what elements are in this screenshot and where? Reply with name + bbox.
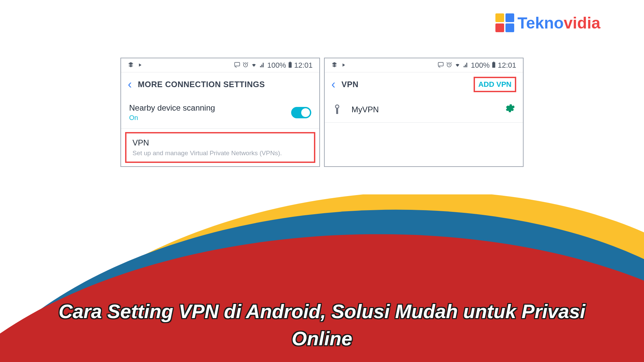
- nearby-toggle[interactable]: [291, 107, 311, 118]
- page-title: MORE CONNECTION SETTINGS: [138, 80, 265, 89]
- vpn-list-item[interactable]: MyVPN: [325, 97, 523, 123]
- play-icon: [341, 61, 346, 70]
- vpn-settings-row[interactable]: VPN Set up and manage Virtual Private Ne…: [125, 132, 315, 163]
- page-title: VPN: [341, 80, 359, 89]
- header-bar: ‹ VPN ADD VPN: [325, 72, 523, 97]
- screenshots-container: 100% 12:01 ‹ MORE CONNECTION SETTINGS Ne…: [120, 58, 524, 167]
- play-icon: [137, 61, 143, 70]
- cast-icon: [234, 61, 240, 70]
- logo-text: Teknovidia: [518, 14, 600, 32]
- time-text: 12:01: [294, 61, 313, 70]
- battery-percent: 100%: [471, 61, 490, 70]
- svg-rect-3: [289, 62, 291, 62]
- status-bar: 100% 12:01: [325, 58, 523, 72]
- empty-area: [325, 123, 523, 166]
- add-vpn-button[interactable]: ADD VPN: [474, 77, 516, 92]
- key-icon: [333, 104, 343, 115]
- phone-screen-2: 100% 12:01 ‹ VPN ADD VPN MyVPN: [324, 58, 524, 167]
- vpn-description: Set up and manage Virtual Private Networ…: [132, 149, 308, 157]
- back-button[interactable]: ‹: [128, 77, 132, 92]
- wifi-icon: [251, 61, 257, 70]
- status-bar: 100% 12:01: [121, 58, 319, 72]
- alarm-icon: [446, 61, 452, 70]
- header-bar: ‹ MORE CONNECTION SETTINGS: [121, 72, 319, 97]
- battery-icon: [492, 61, 496, 70]
- cast-icon: [437, 61, 444, 70]
- banner-title: Cara Setting VPN di Android, Solusi Muda…: [32, 298, 612, 352]
- svg-rect-4: [438, 62, 443, 66]
- back-button[interactable]: ‹: [331, 77, 335, 92]
- vpn-name: MyVPN: [352, 105, 379, 114]
- layers-icon: [331, 61, 337, 70]
- svg-rect-0: [234, 62, 239, 66]
- vpn-title: VPN: [132, 138, 308, 147]
- brand-logo: Teknovidia: [495, 13, 600, 32]
- nearby-scanning-row[interactable]: Nearby device scanning On: [121, 97, 319, 129]
- svg-rect-6: [492, 62, 495, 67]
- battery-icon: [288, 61, 292, 70]
- nearby-status: On: [129, 114, 215, 122]
- gear-icon[interactable]: [505, 103, 515, 116]
- nearby-title: Nearby device scanning: [129, 103, 215, 113]
- svg-rect-2: [288, 62, 291, 67]
- alarm-icon: [243, 61, 249, 70]
- wifi-icon: [454, 61, 461, 70]
- signal-icon: [259, 61, 265, 70]
- layers-icon: [128, 61, 134, 70]
- battery-percent: 100%: [267, 61, 286, 70]
- svg-rect-7: [493, 62, 494, 62]
- logo-icon: [495, 13, 514, 32]
- phone-screen-1: 100% 12:01 ‹ MORE CONNECTION SETTINGS Ne…: [120, 58, 320, 167]
- time-text: 12:01: [498, 61, 516, 70]
- signal-icon: [463, 61, 469, 70]
